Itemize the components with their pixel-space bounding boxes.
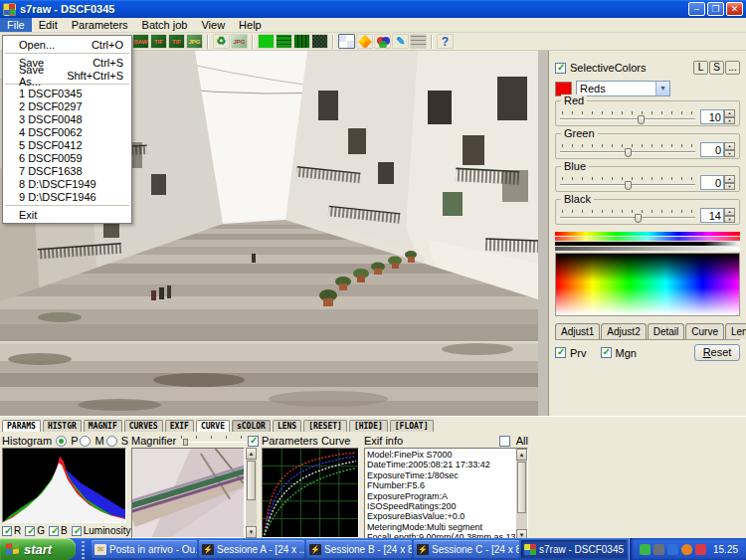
more-button[interactable]: ...	[725, 61, 740, 75]
tile-windows-icon[interactable]	[338, 34, 355, 49]
blue-spinner[interactable]: ▲▼	[724, 175, 735, 190]
blue-slider[interactable]	[560, 177, 695, 189]
menu-view[interactable]: View	[194, 18, 232, 32]
maximize-button[interactable]: ❐	[707, 2, 724, 16]
menu-item-recent-5[interactable]: 5 DSCF0412	[3, 138, 131, 151]
tab-params[interactable]: PARAMS	[2, 420, 41, 432]
black-value[interactable]: 14	[700, 208, 724, 223]
channel-dropdown[interactable]: Reds ▼	[576, 81, 670, 96]
menu-item-recent-3[interactable]: 3 DSCF0048	[3, 112, 131, 125]
magnifier-checkbox[interactable]	[248, 436, 259, 447]
green-spinner[interactable]: ▲▼	[724, 142, 735, 157]
menu-item-recent-9[interactable]: 9 D:\DSCF1946	[3, 190, 131, 203]
task-sessione-c[interactable]: ⚡ Sessione C - [24 x 80]	[414, 540, 519, 558]
save-tif-icon[interactable]: TIF	[150, 34, 167, 49]
chevron-down-icon[interactable]: ▼	[655, 82, 669, 95]
load-button[interactable]: L	[693, 61, 708, 75]
task-s7raw[interactable]: s7raw - DSCF0345	[521, 540, 627, 558]
tab-detail[interactable]: Detail	[648, 323, 685, 339]
histogram-radio-m[interactable]	[80, 436, 91, 447]
reload-icon[interactable]: ♻	[213, 34, 230, 49]
gamut-warning-icon[interactable]	[356, 34, 373, 49]
start-button[interactable]: start	[0, 538, 76, 560]
magnifier-zoom-slider[interactable]	[181, 436, 246, 446]
close-button[interactable]: ✕	[726, 2, 743, 16]
task-sessione-b[interactable]: ⚡ Sessione B - [24 x 80]	[306, 540, 412, 558]
black-slider[interactable]	[560, 210, 695, 222]
scroll-up-icon[interactable]: ▲	[516, 449, 527, 461]
menu-batch-job[interactable]: Batch job	[135, 18, 195, 32]
preview-dark-grid-icon[interactable]	[293, 34, 310, 49]
save-tif16-icon[interactable]: TIF	[168, 34, 185, 49]
grid-overlay-icon[interactable]	[410, 34, 427, 49]
tab-adjust1[interactable]: Adjust1	[555, 323, 600, 339]
histogram-radio-s[interactable]	[106, 436, 117, 447]
tab-adjust2[interactable]: Adjust2	[601, 323, 646, 339]
green-slider[interactable]	[560, 144, 695, 156]
tab-curve-main[interactable]: CURVE	[196, 420, 230, 432]
tab-histgr[interactable]: HISTGR	[43, 420, 82, 432]
menu-item-open[interactable]: Open...Ctrl+O	[3, 38, 131, 51]
tray-device-icon[interactable]	[653, 544, 664, 555]
prv-checkbox[interactable]	[555, 347, 566, 358]
exif-all-checkbox[interactable]	[499, 436, 510, 447]
tab-scolor[interactable]: sCOLOR	[232, 420, 271, 432]
tab-float[interactable]: [FLOAT]	[390, 420, 434, 432]
pen-tool-icon[interactable]: ✎	[392, 34, 409, 49]
tray-alert-icon[interactable]	[695, 544, 706, 555]
g-checkbox[interactable]	[25, 526, 35, 536]
tab-lens[interactable]: Lens	[725, 323, 746, 339]
tab-hide[interactable]: [HIDE]	[349, 420, 388, 432]
menu-item-exit[interactable]: Exit	[3, 208, 131, 221]
quick-launch-handle[interactable]	[78, 539, 90, 559]
menu-item-save-as[interactable]: Save As...Shft+Ctrl+S	[3, 69, 131, 82]
menu-item-recent-6[interactable]: 6 DSCF0059	[3, 151, 131, 164]
black-spinner[interactable]: ▲▼	[724, 208, 735, 223]
menu-file[interactable]: File	[0, 18, 32, 32]
menu-item-recent-4[interactable]: 4 DSCF0062	[3, 125, 131, 138]
menu-item-recent-8[interactable]: 8 D:\DSCF1949	[3, 177, 131, 190]
exif-listbox[interactable]: Model:FinePix S7000 DateTime:2005:08:21 …	[364, 448, 528, 542]
magnifier-view[interactable]	[131, 448, 245, 538]
preview-dot-grid-icon[interactable]	[311, 34, 328, 49]
color-spectrum-picker[interactable]	[555, 253, 740, 316]
tab-curves[interactable]: CURVES	[124, 420, 163, 432]
reset-button[interactable]: Reset	[694, 344, 740, 361]
save-jpg-icon[interactable]: JPG	[186, 34, 203, 49]
selective-colors-checkbox[interactable]	[555, 63, 566, 74]
rgb-channels-icon[interactable]	[374, 34, 391, 49]
tab-exif[interactable]: EXIF	[165, 420, 194, 432]
jpg-preview-icon[interactable]: JPG	[231, 34, 248, 49]
tray-network-icon[interactable]	[667, 544, 678, 555]
menu-item-recent-2[interactable]: 2 DSCF0297	[3, 99, 131, 112]
red-slider[interactable]	[560, 111, 695, 123]
menu-parameters[interactable]: Parameters	[65, 18, 135, 32]
magnifier-scrollbar[interactable]: ▲ ▼	[245, 448, 257, 538]
task-sessione-a[interactable]: ⚡ Sessione A - [24 x ...	[199, 540, 304, 558]
minimize-button[interactable]: –	[688, 2, 705, 16]
menu-help[interactable]: Help	[232, 18, 269, 32]
green-value[interactable]: 0	[700, 142, 724, 157]
save-raw-icon[interactable]: RAW	[132, 34, 149, 49]
menu-item-recent-1[interactable]: 1 DSCF0345	[3, 87, 131, 99]
tray-java-icon[interactable]	[681, 544, 692, 555]
exif-scrollbar[interactable]: ▲ ▼	[515, 449, 527, 541]
mgn-checkbox[interactable]	[601, 347, 612, 358]
b-checkbox[interactable]	[49, 526, 59, 536]
scroll-down-icon[interactable]: ▼	[246, 526, 257, 538]
tab-curve[interactable]: Curve	[685, 323, 724, 339]
tab-magnif[interactable]: MAGNIF	[84, 420, 122, 432]
help-icon[interactable]: ?	[437, 34, 454, 49]
red-spinner[interactable]: ▲▼	[724, 109, 735, 124]
tab-lens-bottom[interactable]: LENS	[273, 420, 301, 432]
blue-value[interactable]: 0	[700, 175, 724, 190]
save-settings-button[interactable]: S	[709, 61, 724, 75]
tab-reset[interactable]: [RESET]	[303, 420, 347, 432]
histogram-radio-p[interactable]	[56, 436, 67, 447]
red-value[interactable]: 10	[700, 109, 724, 124]
menu-edit[interactable]: Edit	[32, 18, 65, 32]
task-outlook[interactable]: ✉ Posta in arrivo - Ou...	[92, 540, 197, 558]
luminosity-checkbox[interactable]	[72, 526, 82, 536]
tray-phone-icon[interactable]	[640, 544, 651, 555]
r-checkbox[interactable]	[2, 526, 12, 536]
